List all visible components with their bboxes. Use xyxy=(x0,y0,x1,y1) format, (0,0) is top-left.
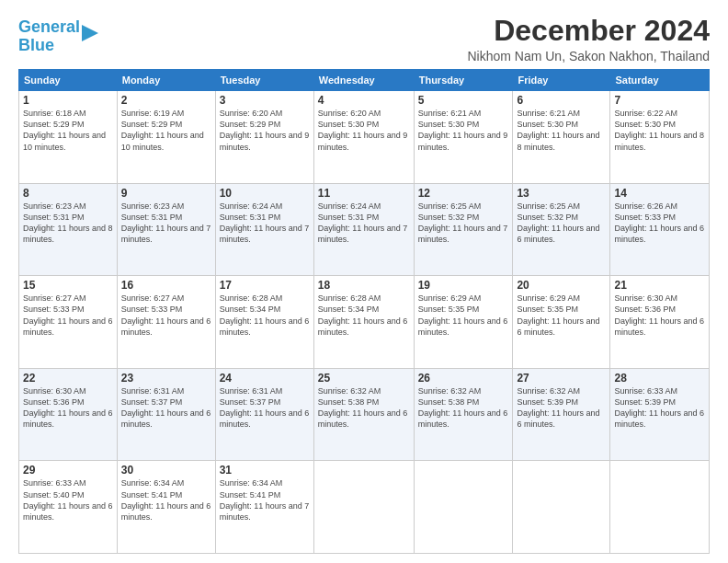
day-number: 29 xyxy=(23,464,113,477)
table-row: 5 Sunrise: 6:21 AM Sunset: 5:30 PM Dayli… xyxy=(414,91,513,184)
day-info: Sunrise: 6:29 AM Sunset: 5:35 PM Dayligh… xyxy=(517,293,606,338)
day-info: Sunrise: 6:23 AM Sunset: 5:31 PM Dayligh… xyxy=(121,201,211,246)
day-info: Sunrise: 6:26 AM Sunset: 5:33 PM Dayligh… xyxy=(614,201,705,246)
table-row: 1 Sunrise: 6:18 AM Sunset: 5:29 PM Dayli… xyxy=(19,91,118,184)
table-row xyxy=(313,461,414,554)
day-number: 6 xyxy=(517,94,606,107)
day-info: Sunrise: 6:25 AM Sunset: 5:32 PM Dayligh… xyxy=(517,201,606,246)
logo: GeneralBlue xyxy=(18,18,98,55)
day-number: 10 xyxy=(220,187,310,200)
day-number: 26 xyxy=(418,372,509,385)
day-number: 28 xyxy=(614,372,705,385)
day-info: Sunrise: 6:33 AM Sunset: 5:40 PM Dayligh… xyxy=(23,477,113,523)
day-info: Sunrise: 6:25 AM Sunset: 5:32 PM Dayligh… xyxy=(418,201,509,246)
day-number: 13 xyxy=(517,187,606,200)
day-info: Sunrise: 6:30 AM Sunset: 5:36 PM Dayligh… xyxy=(614,293,705,338)
day-number: 16 xyxy=(121,279,211,292)
day-info: Sunrise: 6:23 AM Sunset: 5:31 PM Dayligh… xyxy=(23,201,113,246)
logo-text: GeneralBlue xyxy=(18,18,80,55)
day-info: Sunrise: 6:32 AM Sunset: 5:39 PM Dayligh… xyxy=(517,385,606,431)
day-info: Sunrise: 6:19 AM Sunset: 5:29 PM Dayligh… xyxy=(121,108,211,153)
table-row: 12 Sunrise: 6:25 AM Sunset: 5:32 PM Dayl… xyxy=(414,183,513,276)
table-row: 7 Sunrise: 6:22 AM Sunset: 5:30 PM Dayli… xyxy=(610,91,710,184)
header-saturday: Saturday xyxy=(610,70,710,91)
header: GeneralBlue December 2024 Nikhom Nam Un,… xyxy=(18,15,710,63)
table-row: 11 Sunrise: 6:24 AM Sunset: 5:31 PM Dayl… xyxy=(313,183,414,276)
table-row: 27 Sunrise: 6:32 AM Sunset: 5:39 PM Dayl… xyxy=(513,368,610,461)
day-number: 18 xyxy=(318,279,410,292)
day-info: Sunrise: 6:28 AM Sunset: 5:34 PM Dayligh… xyxy=(220,293,310,338)
table-row: 24 Sunrise: 6:31 AM Sunset: 5:37 PM Dayl… xyxy=(215,368,313,461)
day-info: Sunrise: 6:18 AM Sunset: 5:29 PM Dayligh… xyxy=(23,108,113,153)
calendar-table: Sunday Monday Tuesday Wednesday Thursday… xyxy=(18,69,710,554)
table-row: 26 Sunrise: 6:32 AM Sunset: 5:38 PM Dayl… xyxy=(414,368,513,461)
day-number: 24 xyxy=(220,372,310,385)
table-row: 17 Sunrise: 6:28 AM Sunset: 5:34 PM Dayl… xyxy=(215,276,313,369)
table-row: 23 Sunrise: 6:31 AM Sunset: 5:37 PM Dayl… xyxy=(117,368,215,461)
day-number: 31 xyxy=(220,464,310,477)
table-row: 15 Sunrise: 6:27 AM Sunset: 5:33 PM Dayl… xyxy=(19,276,118,369)
day-info: Sunrise: 6:20 AM Sunset: 5:29 PM Dayligh… xyxy=(220,108,310,153)
day-info: Sunrise: 6:34 AM Sunset: 5:41 PM Dayligh… xyxy=(121,477,211,523)
page: GeneralBlue December 2024 Nikhom Nam Un,… xyxy=(0,0,728,563)
table-row: 31 Sunrise: 6:34 AM Sunset: 5:41 PM Dayl… xyxy=(215,461,313,554)
day-number: 11 xyxy=(318,187,410,200)
day-info: Sunrise: 6:34 AM Sunset: 5:41 PM Dayligh… xyxy=(220,477,310,523)
day-info: Sunrise: 6:22 AM Sunset: 5:30 PM Dayligh… xyxy=(614,108,705,153)
table-row: 8 Sunrise: 6:23 AM Sunset: 5:31 PM Dayli… xyxy=(19,183,118,276)
table-row: 6 Sunrise: 6:21 AM Sunset: 5:30 PM Dayli… xyxy=(513,91,610,184)
header-thursday: Thursday xyxy=(414,70,513,91)
day-info: Sunrise: 6:24 AM Sunset: 5:31 PM Dayligh… xyxy=(220,201,310,246)
month-title: December 2024 xyxy=(467,15,710,47)
day-info: Sunrise: 6:21 AM Sunset: 5:30 PM Dayligh… xyxy=(418,108,509,153)
day-info: Sunrise: 6:33 AM Sunset: 5:39 PM Dayligh… xyxy=(614,385,705,431)
header-tuesday: Tuesday xyxy=(215,70,313,91)
day-number: 27 xyxy=(517,372,606,385)
day-info: Sunrise: 6:20 AM Sunset: 5:30 PM Dayligh… xyxy=(318,108,410,153)
table-row: 22 Sunrise: 6:30 AM Sunset: 5:36 PM Dayl… xyxy=(19,368,118,461)
day-number: 14 xyxy=(614,187,705,200)
table-row: 9 Sunrise: 6:23 AM Sunset: 5:31 PM Dayli… xyxy=(117,183,215,276)
calendar-week-row: 22 Sunrise: 6:30 AM Sunset: 5:36 PM Dayl… xyxy=(19,368,710,461)
calendar-week-row: 1 Sunrise: 6:18 AM Sunset: 5:29 PM Dayli… xyxy=(19,91,710,184)
day-info: Sunrise: 6:31 AM Sunset: 5:37 PM Dayligh… xyxy=(121,385,211,431)
logo-arrow-icon xyxy=(82,23,98,43)
day-number: 19 xyxy=(418,279,509,292)
table-row: 13 Sunrise: 6:25 AM Sunset: 5:32 PM Dayl… xyxy=(513,183,610,276)
table-row: 14 Sunrise: 6:26 AM Sunset: 5:33 PM Dayl… xyxy=(610,183,710,276)
table-row xyxy=(513,461,610,554)
header-friday: Friday xyxy=(513,70,610,91)
table-row: 19 Sunrise: 6:29 AM Sunset: 5:35 PM Dayl… xyxy=(414,276,513,369)
calendar-week-row: 29 Sunrise: 6:33 AM Sunset: 5:40 PM Dayl… xyxy=(19,461,710,554)
title-block: December 2024 Nikhom Nam Un, Sakon Nakho… xyxy=(467,15,710,63)
day-number: 17 xyxy=(220,279,310,292)
day-info: Sunrise: 6:28 AM Sunset: 5:34 PM Dayligh… xyxy=(318,293,410,338)
table-row: 25 Sunrise: 6:32 AM Sunset: 5:38 PM Dayl… xyxy=(313,368,414,461)
table-row: 30 Sunrise: 6:34 AM Sunset: 5:41 PM Dayl… xyxy=(117,461,215,554)
day-number: 15 xyxy=(23,279,113,292)
day-number: 21 xyxy=(614,279,705,292)
day-info: Sunrise: 6:32 AM Sunset: 5:38 PM Dayligh… xyxy=(418,385,509,431)
table-row: 16 Sunrise: 6:27 AM Sunset: 5:33 PM Dayl… xyxy=(117,276,215,369)
location-title: Nikhom Nam Un, Sakon Nakhon, Thailand xyxy=(467,49,710,63)
day-info: Sunrise: 6:27 AM Sunset: 5:33 PM Dayligh… xyxy=(121,293,211,338)
day-number: 8 xyxy=(23,187,113,200)
table-row: 3 Sunrise: 6:20 AM Sunset: 5:29 PM Dayli… xyxy=(215,91,313,184)
day-info: Sunrise: 6:27 AM Sunset: 5:33 PM Dayligh… xyxy=(23,293,113,338)
table-row xyxy=(414,461,513,554)
day-number: 4 xyxy=(318,94,410,107)
svg-marker-0 xyxy=(82,25,98,41)
table-row: 20 Sunrise: 6:29 AM Sunset: 5:35 PM Dayl… xyxy=(513,276,610,369)
day-info: Sunrise: 6:24 AM Sunset: 5:31 PM Dayligh… xyxy=(318,201,410,246)
table-row: 18 Sunrise: 6:28 AM Sunset: 5:34 PM Dayl… xyxy=(313,276,414,369)
day-number: 7 xyxy=(614,94,705,107)
day-number: 25 xyxy=(318,372,410,385)
table-row: 10 Sunrise: 6:24 AM Sunset: 5:31 PM Dayl… xyxy=(215,183,313,276)
day-number: 30 xyxy=(121,464,211,477)
day-info: Sunrise: 6:31 AM Sunset: 5:37 PM Dayligh… xyxy=(220,385,310,431)
day-number: 2 xyxy=(121,94,211,107)
header-wednesday: Wednesday xyxy=(313,70,414,91)
header-monday: Monday xyxy=(117,70,215,91)
table-row: 29 Sunrise: 6:33 AM Sunset: 5:40 PM Dayl… xyxy=(19,461,118,554)
day-info: Sunrise: 6:32 AM Sunset: 5:38 PM Dayligh… xyxy=(318,385,410,431)
